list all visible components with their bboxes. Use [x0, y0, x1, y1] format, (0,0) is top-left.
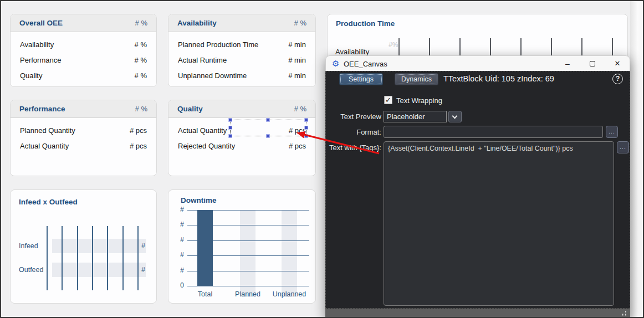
stat-label: Unplanned Downtime [178, 71, 247, 80]
band-outfeed [52, 263, 146, 277]
text-preview-value: Placeholder [387, 112, 425, 121]
timeline-tick [612, 38, 613, 57]
format-browse-button[interactable]: ... [606, 126, 618, 138]
panel-infeed-outfeed: Infeed x Outfeed Infeed#Outfeed# [10, 189, 157, 304]
stat-value: # pcs [130, 142, 147, 150]
downtime-ytick-label: # [172, 236, 184, 244]
stat-label: Rejected Quantity [178, 142, 235, 150]
resize-handle[interactable] [266, 134, 270, 138]
panel-header-value: # % [294, 19, 306, 27]
panel-header-value: # % [294, 105, 306, 113]
tab-settings[interactable]: Settings [339, 73, 383, 85]
stat-row: Actual Runtime# min [168, 52, 315, 68]
panel-header-value: # % [135, 105, 147, 113]
panel-header-value: # % [135, 19, 147, 27]
stat-label: Availability [20, 40, 54, 49]
text-wrapping-checkbox[interactable]: ✓ [384, 96, 392, 104]
panel-availability-header: Availability # % [168, 14, 315, 32]
panel-title: Overall OEE [19, 19, 63, 27]
downtime-empty-column-planned [240, 210, 255, 297]
resize-handle[interactable] [228, 118, 232, 122]
downtime-ytick-label: # [172, 206, 184, 213]
minimize-button[interactable]: – [559, 56, 576, 71]
stat-label: Actual Quantity [20, 142, 69, 150]
panel-overall-oee: Overall OEE # % Availability# %Performan… [10, 14, 157, 87]
stat-label: Actual Quantity [178, 126, 227, 135]
stat-value: # % [135, 71, 147, 80]
vertical-gridline [62, 226, 63, 290]
timeline-tick [551, 38, 552, 57]
format-label: Format: [325, 128, 381, 136]
stat-row: Performance# % [11, 52, 156, 68]
downtime-category-label: Total [198, 290, 212, 298]
vertical-gridline [92, 226, 93, 290]
tab-dynamics[interactable]: Dynamics [395, 73, 438, 85]
stat-label: Planned Quantity [20, 126, 75, 135]
stat-row: Availability# % [11, 37, 156, 52]
stat-label: Quality [20, 71, 42, 80]
downtime-empty-column-unplanned [282, 210, 297, 297]
panel-quality: Quality # % Actual Quantity# pcsRejected… [168, 100, 316, 176]
chart-row-label: Outfeed [19, 266, 43, 274]
panel-title: Quality [177, 105, 203, 113]
dialog-titlebar[interactable]: ⚙ OEE_Canvas – ✕ [325, 55, 630, 71]
format-input[interactable] [384, 126, 603, 138]
downtime-bar-total [197, 210, 213, 286]
stat-label: Performance [20, 56, 61, 64]
gear-icon: ⚙ [332, 59, 339, 68]
tags-browse-button[interactable]: ... [617, 141, 629, 153]
resize-handle[interactable] [228, 126, 232, 130]
resize-handle[interactable] [228, 134, 232, 138]
panel-performance-header: Performance # % [11, 100, 156, 118]
text-preview-select[interactable]: Placeholder [384, 111, 447, 122]
band-infeed [52, 239, 146, 253]
resize-handle[interactable] [304, 134, 308, 138]
stat-row: Rejected Quantity# pcs [168, 138, 315, 153]
vertical-gridline [77, 226, 78, 290]
downtime-ytick-label: # [172, 251, 184, 259]
chevron-down-icon [452, 114, 458, 119]
stat-row: Planned Production Time# min [168, 37, 315, 52]
timeline-tick [490, 38, 491, 57]
downtime-chart: #####0TotalPlannedUnplanned [168, 190, 315, 303]
close-button[interactable]: ✕ [609, 56, 626, 71]
text-with-tags-label: Text with {Tags}: [325, 143, 381, 152]
help-icon[interactable]: ? [612, 74, 623, 84]
vertical-gridline [47, 226, 48, 290]
oee-canvas-dialog: ⚙ OEE_Canvas – ✕ Settings Dynamics TText… [325, 55, 630, 318]
stat-value: # pcs [289, 142, 306, 150]
panel-overall-oee-header: Overall OEE # % [11, 14, 156, 32]
panel-performance-body: Planned Quantity# pcsActual Quantity# pc… [11, 118, 156, 153]
panel-overall-oee-body: Availability# %Performance# %Quality# % [11, 32, 156, 83]
timeline-tick [520, 38, 522, 57]
text-with-tags-textarea[interactable]: {Asset(Client.Context.LineId + "Line/OEE… [384, 141, 614, 306]
text-preview-label: Text Preview [325, 112, 381, 121]
panel-availability-body: Planned Production Time# minActual Runti… [168, 32, 315, 83]
resize-handle[interactable] [304, 126, 308, 130]
panel-availability: Availability # % Planned Production Time… [168, 14, 316, 87]
selected-element-info: TTextBlock Uid: 105 zIndex: 69 [443, 74, 554, 83]
app-window: Overall OEE # % Availability# %Performan… [0, 0, 644, 318]
resize-grip-icon[interactable] [621, 311, 626, 316]
stat-value: # min [288, 40, 306, 49]
panel-performance: Performance # % Planned Quantity# pcsAct… [10, 100, 157, 176]
timeline-tick [581, 38, 582, 57]
stat-value: # % [135, 56, 147, 64]
panel-quality-header: Quality # % [168, 100, 315, 118]
text-preview-dropdown-button[interactable] [448, 111, 462, 122]
stat-row: Unplanned Downtime# min [168, 68, 315, 83]
dialog-resize-bar[interactable] [325, 309, 630, 318]
downtime-ytick-label: # [172, 220, 184, 228]
selected-textblock-outline[interactable] [230, 120, 306, 136]
maximize-icon [590, 61, 595, 66]
stat-row: Actual Quantity# pcs [11, 138, 156, 153]
stat-label: Actual Runtime [178, 56, 227, 64]
stat-row: Quality# % [11, 68, 156, 83]
downtime-ytick-label: 0 [172, 281, 184, 289]
maximize-button[interactable] [584, 56, 601, 71]
chart-row-label: Infeed [19, 242, 38, 250]
resize-handle[interactable] [266, 118, 270, 122]
resize-handle[interactable] [304, 118, 308, 122]
stat-value: # % [135, 40, 147, 49]
infeed-outfeed-chart: Infeed#Outfeed# [11, 190, 156, 303]
